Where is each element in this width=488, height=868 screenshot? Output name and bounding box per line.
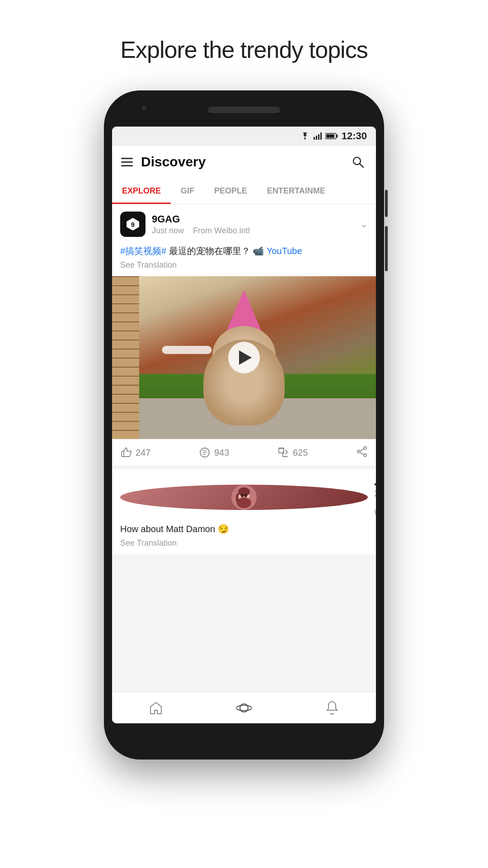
repost-icon <box>277 447 289 458</box>
see-translation-jessica[interactable]: See Translation <box>120 538 368 548</box>
svg-point-14 <box>364 447 366 449</box>
svg-text:9: 9 <box>131 221 135 228</box>
tab-people[interactable]: PEOPLE <box>204 178 257 204</box>
tab-bar: EXPLORE GIF PEOPLE ENTERTAINME <box>112 178 376 204</box>
post-meta-jessica: Jessica 2 min ago From Weibo.intl <box>374 476 376 518</box>
post-text-9gag: #搞笑视频# 最逗的宠物在哪里？ 📹 YouTube <box>120 244 368 258</box>
post-actions-9gag: 247 943 <box>112 439 376 466</box>
svg-rect-6 <box>336 135 338 137</box>
post-content-jessica: How about Matt Damon 😏 See Translation <box>112 522 376 554</box>
signal-icon <box>314 132 322 140</box>
svg-rect-4 <box>320 132 322 140</box>
dog-body <box>199 326 289 425</box>
hashtag-text[interactable]: #搞笑视频# <box>120 246 166 256</box>
post-card-jessica: Jessica 2 min ago From Weibo.intl ⌄ How … <box>112 469 376 554</box>
like-icon <box>120 447 132 458</box>
svg-line-18 <box>360 453 364 455</box>
jessica-avatar-icon <box>231 485 257 510</box>
svg-point-15 <box>357 450 360 453</box>
9gag-logo-icon: 9 <box>125 216 141 232</box>
svg-line-9 <box>360 164 363 167</box>
post-time-jessica: 2 min ago From Weibo.intl <box>374 489 376 518</box>
comment-action[interactable]: 943 <box>199 447 277 458</box>
video-thumbnail[interactable] <box>112 276 376 439</box>
search-icon <box>352 156 364 168</box>
phone-camera <box>140 104 148 112</box>
hamburger-line-2 <box>121 161 133 163</box>
svg-point-16 <box>364 454 366 457</box>
post-header-jessica: Jessica 2 min ago From Weibo.intl ⌄ <box>112 469 376 522</box>
bell-icon <box>325 701 339 715</box>
status-icons: 12:30 <box>300 130 367 142</box>
play-triangle-icon <box>239 350 252 365</box>
share-icon <box>356 446 368 458</box>
post-username-jessica: Jessica <box>374 476 376 488</box>
svg-point-25 <box>239 496 242 498</box>
repost-action[interactable]: 625 <box>277 447 356 458</box>
svg-rect-2 <box>316 136 317 140</box>
phone-device: 12:30 Discovery EXPLORE GIF PEOPLE E <box>104 90 384 760</box>
app-bar: Discovery <box>112 146 376 178</box>
avatar-9gag: 9 <box>120 212 145 237</box>
phone-volume-up <box>385 190 388 217</box>
hamburger-line-3 <box>121 165 133 166</box>
phone-screen: 12:30 Discovery EXPLORE GIF PEOPLE E <box>112 127 376 723</box>
play-button[interactable] <box>228 342 260 373</box>
share-action[interactable] <box>356 446 368 459</box>
svg-line-17 <box>360 449 364 451</box>
comment-count: 943 <box>214 448 229 458</box>
svg-point-21 <box>237 497 251 508</box>
comment-icon <box>199 447 211 458</box>
home-icon <box>149 701 163 715</box>
like-count: 247 <box>136 448 150 458</box>
wifi-icon <box>300 132 310 140</box>
repost-count: 625 <box>293 448 308 458</box>
svg-rect-1 <box>314 137 315 140</box>
svg-point-28 <box>236 705 252 711</box>
search-button[interactable] <box>349 153 367 171</box>
post-body-text: 最逗的宠物在哪里？ <box>169 246 253 256</box>
tab-explore[interactable]: EXPLORE <box>112 178 171 204</box>
svg-point-26 <box>246 496 249 498</box>
phone-volume-down <box>385 226 388 271</box>
feed: 9 9GAG Just now From Weibo.intl ⌄ <box>112 204 376 692</box>
dog-hat-brim <box>162 346 212 354</box>
bottom-navigation <box>112 692 376 723</box>
nav-home[interactable] <box>112 692 200 723</box>
page-title: Explore the trendy topics <box>120 36 367 63</box>
svg-rect-7 <box>326 134 334 138</box>
youtube-link[interactable]: 📹 YouTube <box>253 246 302 256</box>
app-bar-title: Discovery <box>141 154 349 170</box>
post-header-9gag: 9 9GAG Just now From Weibo.intl ⌄ <box>112 204 376 244</box>
svg-rect-3 <box>318 134 319 140</box>
post-text-jessica: How about Matt Damon 😏 <box>120 522 368 536</box>
svg-point-22 <box>238 487 250 496</box>
status-time: 12:30 <box>342 130 367 142</box>
post-card-9gag: 9 9GAG Just now From Weibo.intl ⌄ <box>112 204 376 466</box>
post-chevron-9gag[interactable]: ⌄ <box>360 218 368 230</box>
battery-icon <box>325 133 338 139</box>
post-username-9gag: 9GAG <box>152 213 360 225</box>
nav-discovery[interactable] <box>200 692 288 723</box>
avatar-jessica <box>120 485 368 510</box>
post-content-9gag: #搞笑视频# 最逗的宠物在哪里？ 📹 YouTube See Translati… <box>112 244 376 276</box>
see-translation-9gag[interactable]: See Translation <box>120 260 368 270</box>
status-bar: 12:30 <box>112 127 376 146</box>
hamburger-line-1 <box>121 158 133 159</box>
post-meta-9gag: 9GAG Just now From Weibo.intl <box>152 213 360 236</box>
tab-entertainment[interactable]: ENTERTAINME <box>257 178 335 204</box>
like-action[interactable]: 247 <box>120 447 199 458</box>
brick-wall <box>112 276 139 439</box>
tab-gif[interactable]: GIF <box>171 178 204 204</box>
discovery-planet-icon <box>236 700 252 716</box>
nav-notifications[interactable] <box>288 692 376 723</box>
hamburger-menu[interactable] <box>121 158 133 166</box>
svg-point-0 <box>304 138 305 140</box>
post-time-9gag: Just now From Weibo.intl <box>152 226 360 236</box>
